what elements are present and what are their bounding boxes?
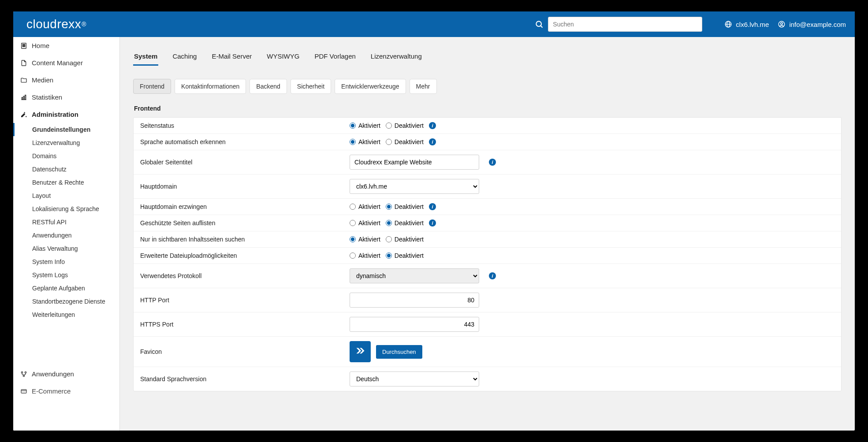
favicon-preview xyxy=(350,341,371,362)
svg-line-1 xyxy=(541,26,543,28)
folder-icon xyxy=(20,77,27,84)
info-icon[interactable]: i xyxy=(429,138,436,145)
svg-rect-19 xyxy=(21,390,26,393)
radio-deactivated[interactable] xyxy=(386,236,392,242)
sidebar-item-label: Administration xyxy=(32,111,78,118)
radio-activated[interactable] xyxy=(350,139,356,145)
radio-deactivated[interactable] xyxy=(386,139,392,145)
form-label: Standard Sprachversion xyxy=(140,375,350,383)
tools-icon xyxy=(20,111,27,118)
sidebar-item-ecommerce[interactable]: E-Commerce xyxy=(13,383,119,400)
sidebar-sub-datenschutz[interactable]: Datenschutz xyxy=(13,163,119,176)
sidebar-item-content-manager[interactable]: Content Manager xyxy=(13,54,119,71)
sidebar-sub-layout[interactable]: Layout xyxy=(13,189,119,202)
header-user-link[interactable]: info@example.com xyxy=(778,20,846,28)
row-sichtbare-suchen: Nur in sichtbaren Inhaltsseiten suchen A… xyxy=(134,231,841,248)
svg-point-16 xyxy=(21,371,22,373)
sidebar-item-medien[interactable]: Medien xyxy=(13,71,119,89)
sidebar-item-administration[interactable]: Administration xyxy=(13,106,119,123)
sidebar-item-home[interactable]: Home xyxy=(13,37,119,54)
tab2-kontakt[interactable]: Kontaktinformationen xyxy=(175,79,246,94)
tab2-mehr[interactable]: Mehr xyxy=(410,79,437,94)
svg-rect-15 xyxy=(25,95,26,100)
radio-activated[interactable] xyxy=(350,123,356,129)
radio-deactivated[interactable] xyxy=(386,253,392,259)
svg-rect-13 xyxy=(22,97,22,100)
tab-caching[interactable]: Caching xyxy=(171,48,197,66)
tab2-frontend[interactable]: Frontend xyxy=(133,79,171,94)
sidebar-sub-alias[interactable]: Alias Verwaltung xyxy=(13,242,119,255)
tab-system[interactable]: System xyxy=(133,48,158,66)
radio-deactivated[interactable] xyxy=(386,123,392,129)
row-geschuetzte: Geschützte Seiten auflisten Aktiviert De… xyxy=(134,215,841,231)
form-label: Globaler Seitentitel xyxy=(140,159,350,166)
search-icon[interactable] xyxy=(535,20,544,29)
select-standard-sprache[interactable]: Deutsch xyxy=(350,371,479,386)
svg-rect-10 xyxy=(22,46,23,47)
sidebar-sub-system-logs[interactable]: System Logs xyxy=(13,268,119,282)
form-label: HTTPS Port xyxy=(140,321,350,328)
brand-logo[interactable]: cloudrexx® xyxy=(26,17,86,31)
input-https-port[interactable] xyxy=(350,317,479,332)
browse-button[interactable]: Durchsuchen xyxy=(376,345,422,359)
sidebar-sub-system-info[interactable]: System Info xyxy=(13,255,119,268)
svg-point-18 xyxy=(23,375,24,376)
info-icon[interactable]: i xyxy=(429,219,436,227)
info-icon[interactable]: i xyxy=(429,122,436,129)
input-http-port[interactable] xyxy=(350,293,479,308)
radio-activated[interactable] xyxy=(350,220,356,226)
search-wrap xyxy=(535,17,702,32)
tabs-primary: System Caching E-Mail Server WYSIWYG PDF… xyxy=(133,48,842,66)
brand-logo-text: cloudrexx xyxy=(26,17,81,31)
row-globaler-titel: Globaler Seitentitel i xyxy=(134,150,841,175)
sidebar-sub-domains[interactable]: Domains xyxy=(13,149,119,163)
sidebar-sub-anwendungen[interactable]: Anwendungen xyxy=(13,229,119,242)
radio-activated[interactable] xyxy=(350,253,356,259)
radio-activated[interactable] xyxy=(350,204,356,210)
form-label: HTTP Port xyxy=(140,297,350,304)
tab-pdf-vorlagen[interactable]: PDF Vorlagen xyxy=(313,48,356,66)
sidebar-sub-restful-api[interactable]: RESTful API xyxy=(13,215,119,229)
tab2-backend[interactable]: Backend xyxy=(250,79,287,94)
sidebar-item-label: Medien xyxy=(32,76,53,84)
info-icon[interactable]: i xyxy=(429,203,436,210)
sidebar[interactable]: Home Content Manager Medien xyxy=(13,37,120,431)
tab2-sicherheit[interactable]: Sicherheit xyxy=(291,79,331,94)
page-icon xyxy=(20,59,27,67)
row-dateiupload: Erweiterte Dateiuploadmöglickeiten Aktiv… xyxy=(134,248,841,264)
row-protokoll: Verwendetes Protokoll dynamisch i xyxy=(134,264,841,288)
tab-email-server[interactable]: E-Mail Server xyxy=(211,48,253,66)
form-label: Hauptdomain erzwingen xyxy=(140,203,350,210)
sidebar-item-label: E-Commerce xyxy=(32,387,71,395)
sidebar-sub-lokalisierung[interactable]: Lokalisierung & Sprache xyxy=(13,202,119,215)
header-user-email: info@example.com xyxy=(789,21,846,28)
body: Home Content Manager Medien xyxy=(13,37,855,431)
sidebar-sub-grundeinstellungen[interactable]: Grundeinstellungen xyxy=(13,123,119,136)
radio-activated[interactable] xyxy=(350,236,356,242)
row-sprache-auto: Sprache automatisch erkennen Aktiviert D… xyxy=(134,134,841,150)
svg-point-17 xyxy=(25,371,26,373)
select-protokoll[interactable]: dynamisch xyxy=(350,268,479,283)
row-https-port: HTTPS Port xyxy=(134,312,841,337)
sidebar-item-anwendungen[interactable]: Anwendungen xyxy=(13,365,119,383)
select-hauptdomain[interactable]: clx6.lvh.me xyxy=(350,179,479,194)
sidebar-sub-lizenzverwaltung[interactable]: Lizenzverwaltung xyxy=(13,136,119,149)
sidebar-sub-benutzer-rechte[interactable]: Benutzer & Rechte xyxy=(13,176,119,189)
sidebar-sub-geplante[interactable]: Geplante Aufgaben xyxy=(13,282,119,295)
tab-lizenzverwaltung[interactable]: Lizenzverwaltung xyxy=(370,48,423,66)
sidebar-sub-standort[interactable]: Standortbezogene Dienste xyxy=(13,295,119,308)
row-hauptdomain: Hauptdomain clx6.lvh.me xyxy=(134,175,841,199)
content-area: System Caching E-Mail Server WYSIWYG PDF… xyxy=(120,37,855,431)
tab2-entwickler[interactable]: Entwicklerwerkzeuge xyxy=(335,79,406,94)
info-icon[interactable]: i xyxy=(489,272,496,279)
info-icon[interactable]: i xyxy=(489,159,496,166)
sidebar-item-statistiken[interactable]: Statistiken xyxy=(13,89,119,106)
radio-deactivated[interactable] xyxy=(386,220,392,226)
search-input[interactable] xyxy=(548,17,702,32)
sidebar-sub-weiterleitungen[interactable]: Weiterleitungen xyxy=(13,308,119,321)
header-domain-link[interactable]: clx6.lvh.me xyxy=(724,20,769,28)
user-icon xyxy=(778,20,786,28)
tab-wysiwyg[interactable]: WYSIWYG xyxy=(266,48,300,66)
input-global-title[interactable] xyxy=(350,155,479,170)
radio-deactivated[interactable] xyxy=(386,204,392,210)
